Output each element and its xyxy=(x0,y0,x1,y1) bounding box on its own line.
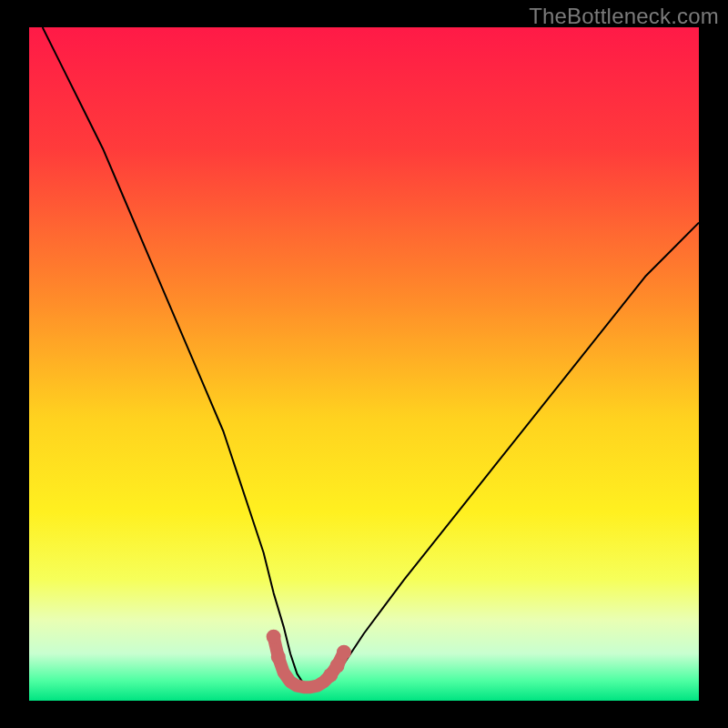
gradient-background xyxy=(29,27,699,701)
bottleneck-chart xyxy=(29,27,699,701)
chart-frame: TheBottleneck.com xyxy=(0,0,728,728)
marker-dot xyxy=(267,630,281,644)
marker-dot xyxy=(337,645,351,660)
marker-dot xyxy=(330,659,345,673)
plot-area xyxy=(29,27,699,701)
watermark-text: TheBottleneck.com xyxy=(529,4,719,29)
marker-dot xyxy=(271,650,286,664)
